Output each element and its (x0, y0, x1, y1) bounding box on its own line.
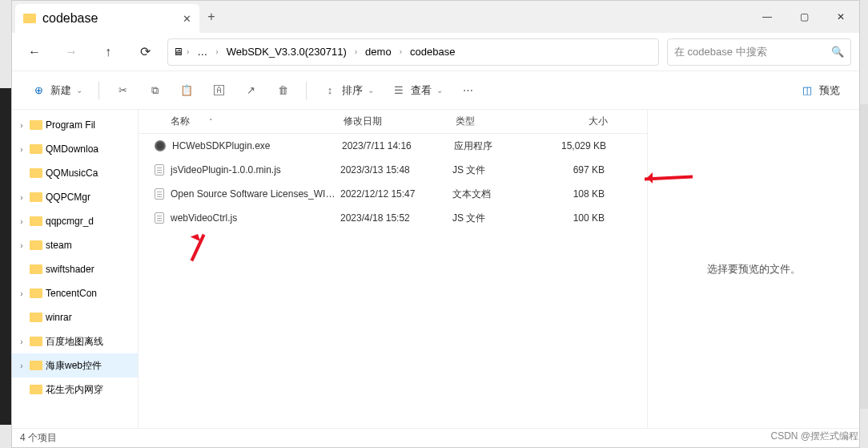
paste-icon: 📋 (179, 83, 194, 98)
tree-node[interactable]: ›QMDownloa (12, 137, 138, 161)
more-button[interactable]: ⋯ (454, 78, 481, 103)
col-date[interactable]: 修改日期 (344, 115, 456, 128)
chevron-down-icon: ⌄ (368, 86, 374, 95)
copy-button[interactable]: ⧉ (141, 78, 168, 103)
share-button[interactable]: ↗ (237, 78, 264, 103)
tree-node-selected[interactable]: ›海康web控件 (12, 353, 138, 377)
breadcrumb[interactable]: codebase (405, 44, 460, 59)
view-button[interactable]: ☰ 查看 ⌄ (385, 78, 449, 103)
item-count: 4 个项目 (20, 431, 57, 445)
up-button[interactable]: ↑ (94, 39, 123, 65)
new-button[interactable]: ⊕ 新建 ⌄ (25, 78, 89, 103)
search-icon: 🔍 (831, 46, 844, 58)
tree-node[interactable]: ›steam (12, 233, 138, 257)
folder-icon (30, 385, 42, 394)
maximize-button[interactable]: ▢ (786, 1, 822, 33)
folder-icon (23, 14, 36, 23)
sort-indicator-icon: ˄ (209, 118, 213, 126)
sort-icon: ↕ (323, 83, 337, 98)
file-row[interactable]: webVideoCtrl.js 2023/4/18 15:52 JS 文件 10… (139, 206, 647, 230)
address-bar[interactable]: 🖥 › … › WebSDK_V3.3.0(230711) › demo › c… (167, 38, 659, 66)
folder-icon (30, 192, 42, 202)
preview-icon: ◫ (800, 83, 814, 98)
paste-button[interactable]: 📋 (173, 78, 200, 103)
file-list: 名称˄ 修改日期 类型 大小 HCWebSDKPlugin.exe 2023/7… (139, 110, 647, 428)
file-icon (155, 212, 164, 224)
folder-icon (30, 361, 42, 370)
view-icon: ☰ (392, 83, 406, 98)
folder-icon (30, 120, 42, 130)
file-icon (155, 188, 164, 200)
close-tab-icon[interactable]: ✕ (183, 13, 191, 25)
share-icon: ↗ (243, 83, 258, 98)
folder-icon (30, 264, 42, 274)
col-name[interactable]: 名称˄ (139, 115, 344, 128)
delete-button[interactable]: 🗑 (269, 78, 296, 103)
chevron-right-icon: › (215, 47, 218, 56)
more-icon: ⋯ (460, 83, 475, 98)
close-button[interactable]: ✕ (822, 1, 859, 33)
folder-tree: ›Program Fil ›QMDownloa ›QQMusicCa ›QQPC… (12, 110, 139, 428)
back-button[interactable]: ← (20, 39, 49, 65)
explorer-window: codebase ✕ + ― ▢ ✕ ← → ↑ ⟳ 🖥 › … › WebSD… (11, 0, 860, 448)
preview-toggle[interactable]: ◫ 预览 (794, 78, 846, 103)
folder-icon (30, 337, 42, 346)
refresh-button[interactable]: ⟳ (131, 39, 159, 65)
window-tab[interactable]: codebase ✕ (15, 4, 199, 33)
copy-icon: ⧉ (147, 83, 162, 98)
chevron-right-icon: › (355, 47, 357, 56)
tree-node[interactable]: ›百度地图离线 (12, 329, 138, 353)
folder-icon (30, 240, 42, 250)
tree-node[interactable]: ›QQMusicCa (12, 161, 138, 185)
breadcrumb-ellipsis[interactable]: … (192, 44, 212, 59)
trash-icon: 🗑 (275, 83, 290, 98)
plus-circle-icon: ⊕ (31, 83, 46, 98)
chevron-right-icon: › (400, 47, 402, 56)
cut-icon: ✂ (115, 83, 130, 98)
file-row[interactable]: Open Source Software Licenses_WIN... 202… (139, 182, 647, 206)
tree-node[interactable]: ›winrar (12, 305, 138, 329)
search-placeholder: 在 codebase 中搜索 (674, 45, 767, 59)
breadcrumb[interactable]: WebSDK_V3.3.0(230711) (222, 44, 352, 59)
chevron-down-icon: ⌄ (76, 86, 82, 95)
titlebar: codebase ✕ + ― ▢ ✕ (12, 1, 859, 33)
tree-node[interactable]: ›swiftshader (12, 257, 138, 281)
watermark: CSDN @摆烂式编程 (770, 430, 858, 443)
cut-button[interactable]: ✂ (109, 78, 136, 103)
navbar: ← → ↑ ⟳ 🖥 › … › WebSDK_V3.3.0(230711) › … (12, 33, 859, 71)
tree-node[interactable]: ›TencentCon (12, 281, 138, 305)
pc-icon: 🖥 (173, 46, 183, 58)
search-input[interactable]: 在 codebase 中搜索 🔍 (667, 38, 851, 66)
tab-title: codebase (42, 11, 98, 26)
breadcrumb[interactable]: demo (360, 44, 396, 59)
col-type[interactable]: 类型 (456, 115, 552, 128)
tree-node[interactable]: ›Program Fil (12, 113, 138, 137)
status-bar: 4 个项目 (12, 428, 859, 447)
folder-icon (30, 289, 42, 298)
forward-button[interactable]: → (57, 39, 86, 65)
folder-icon (30, 168, 42, 178)
chevron-right-icon: › (187, 47, 189, 56)
chevron-down-icon: ⌄ (436, 86, 443, 95)
tree-node[interactable]: ›QQPCMgr (12, 185, 138, 209)
column-headers: 名称˄ 修改日期 类型 大小 (139, 110, 647, 134)
col-size[interactable]: 大小 (552, 115, 616, 128)
sort-button[interactable]: ↕ 排序 ⌄ (316, 78, 380, 103)
file-row[interactable]: jsVideoPlugin-1.0.0.min.js 2023/3/13 15:… (139, 158, 647, 182)
preview-hint: 选择要预览的文件。 (707, 262, 801, 276)
exe-icon (155, 140, 166, 151)
new-tab-button[interactable]: + (199, 1, 223, 33)
folder-icon (30, 313, 42, 322)
folder-icon (30, 144, 42, 154)
folder-icon (30, 216, 42, 226)
file-row[interactable]: HCWebSDKPlugin.exe 2023/7/11 14:16 应用程序 … (139, 134, 647, 158)
file-icon (155, 164, 164, 176)
rename-icon: 🄰 (211, 83, 226, 98)
minimize-button[interactable]: ― (749, 1, 786, 33)
rename-button[interactable]: 🄰 (205, 78, 232, 103)
tree-node[interactable]: ›花生壳内网穿 (12, 377, 138, 402)
preview-pane: 选择要预览的文件。 (647, 110, 859, 428)
tree-node[interactable]: ›qqpcmgr_d (12, 209, 138, 233)
toolbar: ⊕ 新建 ⌄ ✂ ⧉ 📋 🄰 ↗ 🗑 ↕ 排序 ⌄ ☰ 查看 ⌄ ⋯ ◫ 预览 (12, 71, 859, 110)
